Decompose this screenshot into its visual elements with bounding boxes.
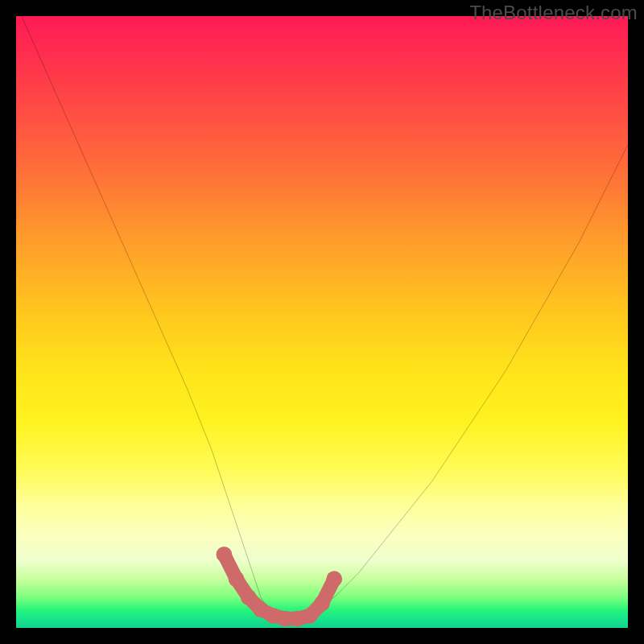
watermark-text: TheBottleneck.com [469,2,638,24]
sweet-spot-dot [302,608,318,624]
sweet-spot-dot [229,571,245,587]
chart-frame: TheBottleneck.com [0,0,644,644]
sweet-spot-highlight [16,16,628,628]
sweet-spot-dot [326,571,342,587]
sweet-spot-dot [217,547,233,563]
sweet-spot-dot [314,596,330,612]
plot-area [16,16,628,628]
sweet-spot-dot [241,589,257,605]
